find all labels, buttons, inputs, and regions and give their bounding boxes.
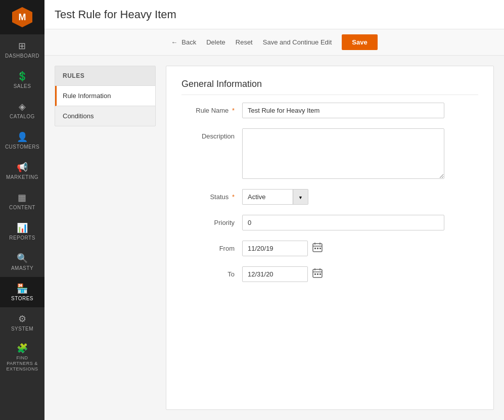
chevron-down-icon <box>298 193 303 201</box>
status-group: Active Inactive <box>242 189 308 205</box>
rules-nav: RULES Rule Information Conditions <box>55 66 156 126</box>
sidebar-item-label: Sales <box>14 83 31 89</box>
sidebar-item-stores[interactable]: 🏪 Stores <box>0 277 44 307</box>
sidebar-logo: M <box>0 0 44 34</box>
form-group-status: Status * Active Inactive <box>181 189 478 205</box>
form-group-to: To <box>181 266 478 282</box>
required-indicator: * <box>232 107 235 114</box>
sidebar-item-reports[interactable]: 📊 Reports <box>0 216 44 247</box>
rules-nav-header: RULES <box>55 66 155 86</box>
to-date-input[interactable] <box>242 266 308 282</box>
marketing-icon: 📢 <box>17 162 28 173</box>
left-panel: RULES Rule Information Conditions <box>55 66 156 410</box>
sidebar-item-sales[interactable]: 💲 Sales <box>0 65 44 95</box>
page-title: Test Rule for Heavy Item <box>55 8 494 21</box>
sidebar-item-label: Amasty <box>11 265 33 271</box>
from-calendar-button[interactable] <box>312 242 323 255</box>
svg-rect-14 <box>317 273 318 275</box>
find-partners-icon: 🧩 <box>17 343 28 354</box>
to-label: To <box>181 266 242 278</box>
required-indicator: * <box>232 193 235 201</box>
sidebar-item-content[interactable]: ▦ Content <box>0 186 44 216</box>
delete-label: Delete <box>206 38 225 46</box>
action-bar: Back Delete Reset Save and Continue Edit… <box>44 29 504 56</box>
back-link[interactable]: Back <box>171 38 196 46</box>
sidebar-item-label: Find Partners & Extensions <box>3 355 42 371</box>
sidebar-item-label: Content <box>9 205 35 211</box>
rules-nav-item-label: Conditions <box>63 112 94 120</box>
system-icon: ⚙ <box>18 313 27 324</box>
svg-rect-15 <box>319 273 321 275</box>
sidebar-item-dashboard[interactable]: ⊞ Dashboard <box>0 34 44 65</box>
sidebar-item-label: Dashboard <box>5 53 39 59</box>
sidebar-item-system[interactable]: ⚙ System <box>0 307 44 338</box>
amasty-icon: 🔍 <box>17 253 28 264</box>
rules-nav-item-label: Rule Information <box>63 92 111 100</box>
to-date-group <box>242 266 323 282</box>
rules-nav-item-conditions[interactable]: Conditions <box>55 106 155 126</box>
calendar-icon <box>312 267 323 278</box>
svg-rect-6 <box>314 248 316 249</box>
from-label: From <box>181 241 242 252</box>
description-input[interactable] <box>242 128 444 179</box>
form-group-priority: Priority <box>181 215 478 230</box>
sidebar-item-marketing[interactable]: 📢 Marketing <box>0 156 44 186</box>
content-area: RULES Rule Information Conditions Genera… <box>44 56 504 420</box>
sidebar-item-label: Catalog <box>10 114 35 120</box>
right-panel: General Information Rule Name * Descript… <box>166 66 494 410</box>
form-group-from: From <box>181 241 478 256</box>
dashboard-icon: ⊞ <box>18 40 26 52</box>
sidebar: M ⊞ Dashboard 💲 Sales ◈ Catalog 👤 Custom… <box>0 0 44 420</box>
form-group-description: Description <box>181 128 478 179</box>
save-continue-link[interactable]: Save and Continue Edit <box>263 38 332 46</box>
page-header: Test Rule for Heavy Item <box>44 0 504 29</box>
sidebar-item-label: Stores <box>11 296 33 302</box>
priority-input[interactable] <box>242 215 444 230</box>
description-label: Description <box>181 128 242 140</box>
status-select[interactable]: Active Inactive <box>242 189 293 205</box>
calendar-icon <box>312 242 323 253</box>
rule-name-label: Rule Name * <box>181 103 242 114</box>
reset-link[interactable]: Reset <box>236 38 253 46</box>
svg-text:M: M <box>19 12 26 22</box>
sidebar-item-label: System <box>11 326 33 332</box>
sidebar-item-catalog[interactable]: ◈ Catalog <box>0 95 44 125</box>
rule-name-input[interactable] <box>242 103 444 118</box>
sidebar-item-find-partners[interactable]: 🧩 Find Partners & Extensions <box>0 338 44 377</box>
reset-label: Reset <box>236 38 253 46</box>
priority-label: Priority <box>181 215 242 226</box>
stores-icon: 🏪 <box>17 283 28 294</box>
catalog-icon: ◈ <box>19 101 26 112</box>
sales-icon: 💲 <box>17 71 28 82</box>
sidebar-item-customers[interactable]: 👤 Customers <box>0 125 44 156</box>
status-label: Status * <box>181 189 242 201</box>
sidebar-item-label: Marketing <box>6 174 38 180</box>
rules-nav-item-rule-information[interactable]: Rule Information <box>55 86 155 106</box>
customers-icon: 👤 <box>17 131 28 143</box>
back-label: Back <box>181 38 196 46</box>
svg-rect-7 <box>317 248 318 249</box>
delete-link[interactable]: Delete <box>206 38 225 46</box>
sidebar-item-label: Reports <box>9 235 35 241</box>
sidebar-item-amasty[interactable]: 🔍 Amasty <box>0 247 44 277</box>
section-title: General Information <box>181 79 478 95</box>
from-date-group <box>242 241 323 256</box>
form-group-rule-name: Rule Name * <box>181 103 478 118</box>
save-button[interactable]: Save <box>342 34 377 50</box>
sidebar-item-label: Customers <box>5 144 39 150</box>
reports-icon: 📊 <box>17 222 28 234</box>
to-calendar-button[interactable] <box>312 267 323 281</box>
svg-rect-8 <box>319 248 321 249</box>
from-date-input[interactable] <box>242 241 308 256</box>
main-content: Test Rule for Heavy Item Back Delete Res… <box>44 0 504 420</box>
status-dropdown-button[interactable] <box>293 189 308 205</box>
svg-rect-13 <box>314 273 316 275</box>
save-continue-label: Save and Continue Edit <box>263 38 332 46</box>
content-icon: ▦ <box>18 192 27 203</box>
back-arrow-icon <box>171 38 179 46</box>
